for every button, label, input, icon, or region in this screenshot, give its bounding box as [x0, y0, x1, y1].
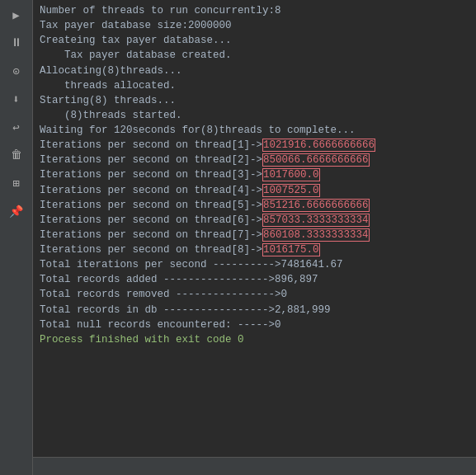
terminal-line-19: Total records removed ---------------->0 — [40, 287, 469, 302]
terminal-line-12: Iterations per second on thread[4]->1007… — [40, 183, 469, 198]
pin-icon[interactable]: 📌 — [5, 200, 28, 223]
terminal-line-14: Iterations per second on thread[6]->8570… — [40, 213, 469, 228]
terminal-line-5: threads allocated. — [40, 78, 469, 93]
terminal-output[interactable]: Number of threads to run concurrently:8T… — [33, 0, 476, 457]
highlighted-value-11: 1017600.0 — [262, 168, 320, 181]
back-icon[interactable]: ↩ — [5, 115, 28, 139]
terminal-line-1: Tax payer database size:2000000 — [40, 18, 469, 33]
terminal-line-15: Iterations per second on thread[7]->8601… — [40, 228, 469, 242]
main-area: Number of threads to run concurrently:8T… — [33, 0, 476, 475]
terminal-line-2: Createing tax payer database... — [40, 33, 469, 48]
terminal-line-20: Total records in db ----------------->2,… — [40, 303, 469, 317]
bottom-bar — [33, 457, 476, 475]
terminal-line-3: Tax payer database created. — [40, 48, 469, 63]
grid-icon[interactable]: ⊞ — [5, 172, 28, 195]
highlighted-value-14: 857033.3333333334 — [262, 214, 370, 227]
pause-icon[interactable]: ⏸ — [5, 31, 28, 54]
terminal-line-9: Iterations per second on thread[1]->1021… — [40, 138, 469, 153]
terminal-line-21: Total null records encountered: ----->0 — [40, 317, 469, 332]
highlighted-value-12: 1007525.0 — [262, 184, 320, 197]
download-icon[interactable]: ⬇ — [5, 87, 28, 111]
trash-icon[interactable]: 🗑 — [5, 143, 28, 167]
highlighted-value-13: 851216.6666666666 — [262, 199, 370, 212]
sidebar: ▶ ⏸ ⊙ ⬇ ↩ 🗑 ⊞ 📌 — [0, 0, 33, 475]
run-icon[interactable]: ▶ — [5, 3, 28, 26]
terminal-line-18: Total records added ----------------->89… — [40, 272, 469, 287]
terminal-line-11: Iterations per second on thread[3]->1017… — [40, 167, 469, 182]
terminal-line-10: Iterations per second on thread[2]->8500… — [40, 153, 469, 167]
terminal-line-16: Iterations per second on thread[8]->1016… — [40, 242, 469, 257]
terminal-line-0: Number of threads to run concurrently:8 — [40, 3, 469, 18]
terminal-line-13: Iterations per second on thread[5]->8512… — [40, 198, 469, 213]
camera-icon[interactable]: ⊙ — [5, 59, 28, 82]
terminal-line-23: Process finished with exit code 0 — [40, 332, 469, 347]
terminal-line-8: Waiting for 120seconds for(8)threads to … — [40, 123, 469, 138]
terminal-line-17: Total iterations per second ---------->7… — [40, 257, 469, 272]
highlighted-value-15: 860108.3333333334 — [262, 228, 370, 242]
terminal-line-4: Allocating(8)threads... — [40, 63, 469, 78]
terminal-line-6: Starting(8) threads... — [40, 93, 469, 108]
highlighted-value-16: 1016175.0 — [262, 243, 320, 256]
highlighted-value-9: 1021916.6666666666 — [262, 139, 375, 152]
terminal-line-7: (8)threads started. — [40, 108, 469, 123]
highlighted-value-10: 850066.6666666666 — [262, 153, 370, 167]
